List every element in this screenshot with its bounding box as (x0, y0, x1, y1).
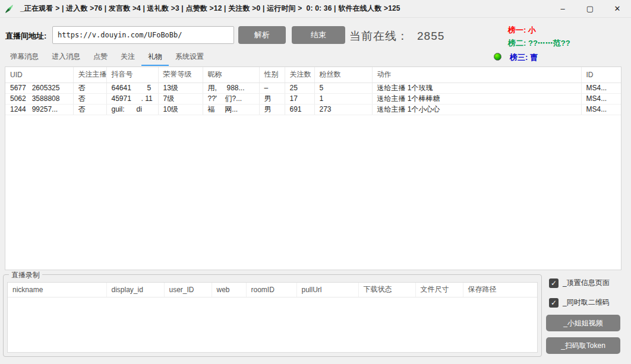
table-row[interactable]: 1244 99257... 否 guil: di 10级 福 网... 男 69… (5, 104, 621, 115)
cell-action: 送给主播 1个棒棒糖 (372, 93, 581, 104)
col-download-status[interactable]: 下载状态 (358, 283, 415, 297)
cell-uid: 5677 2605325 (5, 83, 73, 93)
stop-button[interactable]: 结束 (292, 26, 345, 44)
cell-follows: 25 (285, 83, 314, 93)
col-honor-level[interactable]: 荣誉等级 (158, 67, 203, 83)
col-id[interactable]: ID (581, 67, 621, 83)
checkbox-checked-icon[interactable]: ✓ (549, 298, 559, 308)
cell-action: 送给主播 1个小心心 (372, 104, 581, 115)
title-bar: _正在观看 > | 进入数 >76 | 发言数 >4 | 送礼数 >3 | 点赞… (0, 0, 631, 18)
cell-level: 13级 (158, 83, 203, 93)
col-file-size[interactable]: 文件尺寸 (415, 283, 463, 297)
checkbox-pin-info-page[interactable]: ✓ _顶置信息页面 (549, 278, 610, 288)
live-room-url-input[interactable] (52, 26, 234, 44)
maximize-icon[interactable]: ▢ (576, 0, 604, 18)
cell-follows: 17 (285, 93, 314, 104)
checkbox-qrcode-label: _同时取二维码 (563, 297, 610, 308)
cell-follow: 否 (73, 104, 106, 115)
tab-enter-messages[interactable]: 进入消息 (45, 50, 87, 66)
table-row[interactable]: 5677 2605325 否 64641 5 13级 用, 988... – 2… (5, 83, 621, 93)
col-follow-count[interactable]: 关注数 (285, 67, 314, 83)
recording-table: nickname display_id user_ID web roomID p… (7, 282, 538, 353)
window-title: _正在观看 > | 进入数 >76 | 发言数 >4 | 送礼数 >3 | 点赞… (20, 4, 400, 14)
col-web[interactable]: web (212, 283, 246, 297)
leaderboard-rank2: 榜二: ??⋯⋯范?? (508, 38, 570, 49)
live-recording-label: 直播录制 (9, 270, 42, 280)
cell-gender: 男 (259, 93, 285, 104)
green-dot-icon (494, 53, 501, 61)
close-icon[interactable]: ✕ (604, 0, 631, 18)
col-user-id[interactable]: user_ID (164, 283, 212, 297)
checkbox-pin-info-label: _顶置信息页面 (563, 278, 610, 288)
cell-nickname: ??' 们?... (203, 93, 259, 104)
col-display-id[interactable]: display_id (106, 283, 164, 297)
live-room-url-label: 直播间地址: (5, 31, 46, 42)
cell-id: MS4... (581, 104, 621, 115)
cell-gender: – (259, 83, 285, 93)
col-room-id[interactable]: roomID (246, 283, 296, 297)
cell-id: MS4... (581, 83, 621, 93)
parse-button[interactable]: 解析 (238, 26, 286, 44)
window-controls: – ▢ ✕ (549, 0, 631, 18)
col-follow-streamer[interactable]: 关注主播 (73, 67, 106, 83)
col-gender[interactable]: 性别 (259, 67, 285, 83)
current-online-count: 2855 (417, 30, 444, 42)
cell-follow: 否 (73, 83, 106, 93)
scan-token-button[interactable]: _扫码取Token (546, 337, 620, 354)
table-row[interactable]: 5062 3588808 否 45971 . 11 7级 ??' 们?... 男… (5, 93, 621, 104)
cell-douyin-id: 64641 5 (106, 83, 158, 93)
cell-gender: 男 (259, 104, 285, 115)
tab-system-settings[interactable]: 系统设置 (169, 50, 210, 66)
recording-table-header-row: nickname display_id user_ID web roomID p… (8, 283, 537, 297)
checkbox-qrcode[interactable]: ✓ _同时取二维码 (549, 297, 610, 308)
cell-follows: 691 (285, 104, 314, 115)
cell-follow: 否 (73, 93, 106, 104)
col-fans-count[interactable]: 粉丝数 (314, 67, 372, 83)
col-uid[interactable]: UID (5, 67, 73, 83)
tab-follows[interactable]: 关注 (114, 50, 141, 66)
col-save-path[interactable]: 保存路径 (463, 283, 537, 297)
cell-fans: 1 (314, 93, 372, 104)
live-recording-group: 直播录制 nickname display_id user_ID web roo… (3, 274, 542, 357)
current-online-label: 当前在线： (349, 30, 409, 42)
col-pull-url[interactable]: pullUrl (296, 283, 358, 297)
cell-fans: 273 (314, 104, 372, 115)
leaderboard-rank3: 榜三: 曺 (510, 52, 538, 63)
cell-nickname: 用, 988... (203, 83, 259, 93)
cell-nickname: 福 网... (203, 104, 259, 115)
leaderboard-rank1: 榜一: 小 (508, 25, 536, 36)
app-window: _正在观看 > | 进入数 >76 | 发言数 >4 | 送礼数 >3 | 点赞… (0, 0, 631, 364)
tab-bar: 弹幕消息 进入消息 点赞 关注 礼物 系统设置 (4, 50, 210, 66)
girl-video-button[interactable]: _小姐姐视频 (546, 315, 620, 331)
cell-level: 10级 (158, 104, 203, 115)
cell-fans: 5 (314, 83, 372, 93)
cell-level: 7级 (158, 93, 203, 104)
checkbox-checked-icon[interactable]: ✓ (549, 278, 559, 288)
gift-table-header-row: UID 关注主播 抖音号 荣誉等级 昵称 性别 关注数 粉丝数 动作 ID (5, 67, 621, 83)
cell-douyin-id: 45971 . 11 (106, 93, 158, 104)
app-icon (4, 3, 15, 15)
cell-uid: 5062 3588808 (5, 93, 73, 104)
cell-id: MS4... (581, 93, 621, 104)
current-online: 当前在线：2855 (349, 29, 444, 44)
minimize-icon[interactable]: – (549, 0, 576, 18)
cell-action: 送给主播 1个玫瑰 (372, 83, 581, 93)
cell-douyin-id: guil: di (106, 104, 158, 115)
tab-likes[interactable]: 点赞 (87, 50, 114, 66)
col-nickname[interactable]: nickname (8, 283, 106, 297)
col-douyin-id[interactable]: 抖音号 (106, 67, 158, 83)
gift-table: UID 关注主播 抖音号 荣誉等级 昵称 性别 关注数 粉丝数 动作 ID 56… (5, 67, 621, 270)
col-nickname[interactable]: 昵称 (203, 67, 259, 83)
col-action[interactable]: 动作 (372, 67, 581, 83)
tab-gifts[interactable]: 礼物 (141, 50, 169, 66)
cell-uid: 1244 99257... (5, 104, 73, 115)
tab-danmu-messages[interactable]: 弹幕消息 (4, 50, 45, 66)
